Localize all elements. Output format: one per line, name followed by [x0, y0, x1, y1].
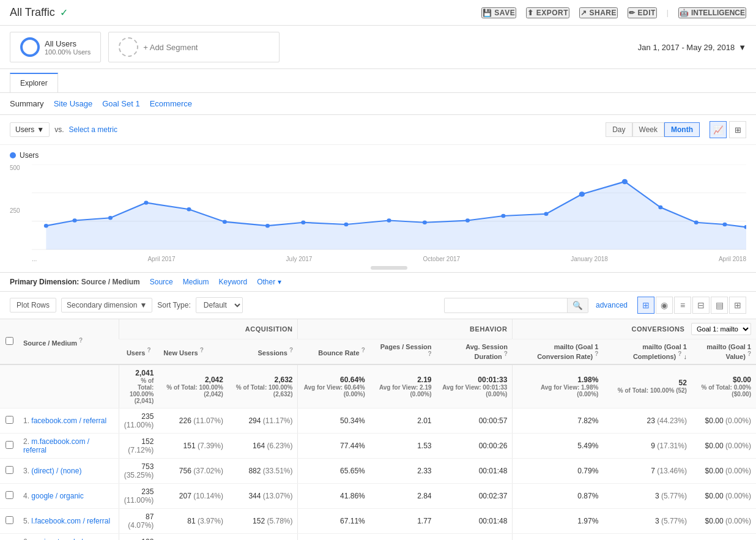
row-select-checkbox[interactable]	[6, 516, 13, 524]
mailto-comp-help-icon[interactable]: ?	[678, 350, 681, 357]
col-sessions[interactable]: Sessions ?	[228, 339, 298, 364]
col-mailto-value[interactable]: mailto (Goal 1 Value) ?	[692, 339, 756, 364]
active-segment[interactable]: All Users 100.00% Users	[10, 32, 101, 62]
row-index: 6.	[23, 538, 29, 540]
svg-point-6	[108, 216, 113, 220]
row-select-checkbox[interactable]	[6, 416, 13, 424]
source-link[interactable]: google / organic	[31, 492, 83, 500]
week-button[interactable]: Week	[632, 122, 664, 137]
source-link[interactable]: l.facebook.com / referral	[31, 517, 110, 525]
totals-new-users: 2,042 % of Total: 100.00% (2,042)	[158, 364, 228, 409]
pivot-view-button[interactable]: ⊟	[692, 297, 710, 314]
source-medium-help-icon[interactable]: ?	[79, 337, 83, 344]
row-mailto-comp: 2 (3.85%)	[603, 533, 692, 540]
mailto-value-help-icon[interactable]: ?	[747, 350, 751, 357]
svg-point-7	[144, 201, 148, 204]
col-pages-session[interactable]: Pages / Session ?	[370, 339, 437, 364]
svg-point-12	[344, 223, 348, 226]
bar-chart-button[interactable]: ⊞	[729, 121, 746, 138]
source-link[interactable]: m.facebook.com / referral	[23, 437, 89, 454]
conversions-group-header: Conversions Goal 1: mailto	[513, 319, 756, 339]
row-checkbox	[0, 408, 18, 433]
col-users[interactable]: Users ?	[119, 339, 158, 364]
row-mailto-rate: 1.97%	[513, 508, 604, 533]
row-select-checkbox[interactable]	[6, 441, 13, 449]
row-avg-session: 00:00:57	[437, 408, 513, 433]
row-source: 2. m.facebook.com / referral	[18, 433, 119, 458]
month-button[interactable]: Month	[664, 122, 700, 137]
line-chart-svg	[32, 165, 746, 250]
sort-type-selector[interactable]: Default	[196, 297, 243, 313]
chart-scrollbar[interactable]	[32, 266, 746, 270]
source-link[interactable]: Source	[150, 278, 173, 286]
add-segment-container[interactable]: + Add Segment	[108, 32, 280, 62]
totals-bounce: 60.64% Avg for View: 60.64% (0.00%)	[298, 364, 370, 409]
performance-view-button[interactable]: ▤	[711, 297, 728, 314]
chart-legend: Users	[10, 151, 746, 160]
sub-nav-goal-set-1[interactable]: Goal Set 1	[102, 99, 139, 108]
row-mailto-value: $0.00 (0.00%)	[692, 483, 756, 508]
totals-mailto-comp: 52 % of Total: 100.00% (52)	[603, 364, 692, 409]
row-select-checkbox[interactable]	[6, 491, 13, 499]
table-view-button[interactable]: ⊞	[729, 297, 746, 314]
sub-nav-ecommerce[interactable]: Ecommerce	[150, 99, 192, 108]
col-mailto-rate[interactable]: mailto (Goal 1 Conversion Rate) ?	[513, 339, 604, 364]
date-range-picker[interactable]: Jan 1, 2017 - May 29, 2018 ▼	[638, 43, 746, 52]
source-link[interactable]: marisantons.lv / promo bar	[23, 538, 106, 540]
metric-selector[interactable]: Users ▼	[10, 122, 50, 137]
bounce-rate-help-icon[interactable]: ?	[361, 347, 365, 353]
segment-pct: 100.00% Users	[45, 48, 91, 56]
chart-type-buttons: 📈 ⊞	[710, 121, 746, 138]
top-actions: 💾 SAVE ⬆ EXPORT ↗ SHARE ✏ EDIT | 🤖 INTEL…	[481, 7, 746, 18]
select-all-checkbox[interactable]	[6, 337, 13, 345]
medium-link[interactable]: Medium	[183, 278, 209, 286]
save-button[interactable]: 💾 SAVE	[481, 7, 516, 18]
intelligence-button[interactable]: 🤖 INTELLIGENCE	[678, 7, 746, 18]
row-select-checkbox[interactable]	[6, 466, 13, 474]
row-source: 5. l.facebook.com / referral	[18, 508, 119, 533]
data-view-button[interactable]: ⊞	[637, 297, 654, 314]
row-index: 4.	[23, 492, 29, 500]
pages-session-help-icon[interactable]: ?	[428, 350, 431, 357]
line-chart-button[interactable]: 📈	[710, 121, 727, 138]
svg-point-20	[658, 205, 662, 209]
explorer-tab[interactable]: Explorer	[10, 73, 58, 92]
mailto-rate-help-icon[interactable]: ?	[595, 350, 598, 357]
x-label-jul17: July 2017	[286, 256, 313, 262]
pie-view-button[interactable]: ◉	[656, 297, 673, 314]
x-label-dots: ...	[32, 256, 37, 262]
sub-nav-site-usage[interactable]: Site Usage	[54, 99, 93, 108]
users-help-icon[interactable]: ?	[147, 347, 151, 353]
time-buttons: Day Week Month	[606, 122, 700, 137]
row-users: 753 (35.25%)	[119, 458, 158, 483]
search-input[interactable]	[445, 298, 567, 312]
col-mailto-comp[interactable]: mailto (Goal 1 Completions) ? ↓	[603, 339, 692, 364]
source-link[interactable]: (direct) / (none)	[31, 467, 81, 475]
edit-button[interactable]: ✏ EDIT	[628, 7, 657, 18]
day-button[interactable]: Day	[606, 122, 632, 137]
sub-nav-summary[interactable]: Summary	[10, 99, 44, 108]
advanced-link[interactable]: advanced	[596, 301, 628, 309]
keyword-link[interactable]: Keyword	[218, 278, 247, 286]
row-checkbox	[0, 483, 18, 508]
svg-point-21	[694, 221, 699, 224]
other-link[interactable]: Other ▾	[257, 278, 281, 286]
source-link[interactable]: facebook.com / referral	[31, 416, 106, 425]
avg-session-help-icon[interactable]: ?	[504, 350, 508, 357]
select-metric-link[interactable]: Select a metric	[69, 125, 117, 134]
sessions-help-icon[interactable]: ?	[289, 347, 293, 353]
export-button[interactable]: ⬆ EXPORT	[526, 7, 569, 18]
col-bounce-rate[interactable]: Bounce Rate ?	[298, 339, 370, 364]
table-controls-row2: Plot Rows Secondary dimension ▼ Sort Typ…	[0, 292, 756, 319]
col-new-users[interactable]: New Users ?	[158, 339, 228, 364]
new-users-help-icon[interactable]: ?	[200, 347, 204, 353]
share-button[interactable]: ↗ SHARE	[579, 7, 618, 18]
plot-rows-button[interactable]: Plot Rows	[10, 298, 56, 313]
secondary-dimension-selector[interactable]: Secondary dimension ▼	[61, 298, 152, 313]
search-button[interactable]: 🔍	[567, 298, 588, 313]
svg-point-16	[501, 214, 505, 218]
goal-selector[interactable]: Goal 1: mailto	[691, 323, 751, 335]
comparison-view-button[interactable]: ≡	[674, 297, 691, 314]
col-avg-session[interactable]: Avg. Session Duration ?	[437, 339, 513, 364]
table-row: 2. m.facebook.com / referral 152 (7.12%)…	[0, 433, 756, 458]
